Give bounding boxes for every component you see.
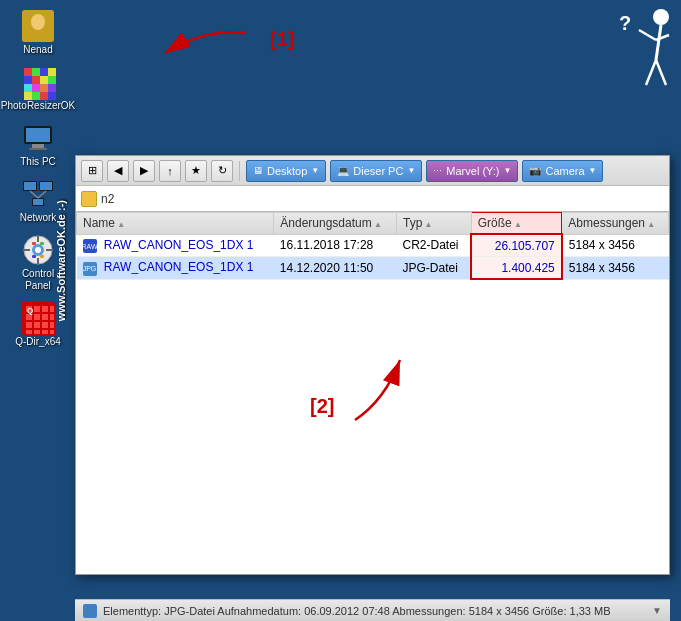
svg-rect-7 <box>32 76 40 84</box>
this-pc-label: This PC <box>20 156 56 168</box>
svg-rect-14 <box>24 92 32 100</box>
table-row[interactable]: JPG RAW_CANON_EOS_1DX 1 14.12.2020 11:50… <box>77 257 669 280</box>
desktop: Nenad <box>0 0 681 621</box>
file-name-1: RAW_CANON_EOS_1DX 1 <box>104 260 254 274</box>
toolbar-desktop-dropdown[interactable]: 🖥 Desktop ▼ <box>246 160 326 182</box>
toolbar: ⊞ ◀ ▶ ↑ ★ ↻ 🖥 Desktop ▼ 💻 Dieser PC ▼ ⋯ <box>76 156 669 186</box>
cell-type-1: JPG-Datei <box>396 257 471 280</box>
toolbar-forward-btn[interactable]: ▶ <box>133 160 155 182</box>
col-header-type[interactable]: Typ <box>396 213 471 235</box>
svg-rect-53 <box>42 330 48 334</box>
svg-rect-32 <box>37 236 39 242</box>
svg-text:?: ? <box>619 12 631 34</box>
toolbar-back-btn[interactable]: ◀ <box>107 160 129 182</box>
dieser-pc-icon: 💻 <box>337 165 349 176</box>
svg-rect-23 <box>24 182 36 190</box>
status-icon <box>83 604 97 618</box>
svg-rect-48 <box>26 322 32 328</box>
size-value-0: 26.105.707 <box>495 239 555 253</box>
svg-rect-21 <box>29 148 47 150</box>
status-text: Elementtyp: JPG-Datei Aufnahmedatum: 06.… <box>103 605 611 617</box>
svg-rect-12 <box>40 84 48 92</box>
cell-name-0: RAW RAW_CANON_EOS_1DX 1 <box>77 234 274 257</box>
cell-date-0: 16.11.2018 17:28 <box>274 234 397 257</box>
svg-rect-37 <box>32 242 36 245</box>
svg-rect-54 <box>50 306 54 312</box>
marvel-icon: ⋯ <box>433 166 442 176</box>
annotation-arrow-1 <box>105 18 265 78</box>
annotation-label-2: [2] <box>310 395 334 418</box>
svg-rect-38 <box>40 242 44 245</box>
address-path: n2 <box>101 192 114 206</box>
figure-topright: ? <box>611 5 676 100</box>
cell-date-1: 14.12.2020 11:50 <box>274 257 397 280</box>
svg-rect-4 <box>40 68 48 76</box>
cell-dim-0: 5184 x 3456 <box>562 234 669 257</box>
thispc-icon-img <box>22 122 54 154</box>
svg-rect-46 <box>34 314 40 320</box>
svg-rect-35 <box>46 249 52 251</box>
camera-chevron: ▼ <box>589 166 597 175</box>
qdir-label: Q-Dir_x64 <box>15 336 61 348</box>
cell-size-1: 1.400.425 <box>471 257 562 280</box>
svg-rect-15 <box>32 92 40 100</box>
svg-line-29 <box>38 191 46 198</box>
toolbar-refresh-btn[interactable]: ↻ <box>211 160 233 182</box>
table-row[interactable]: RAW RAW_CANON_EOS_1DX 1 16.11.2018 17:28… <box>77 234 669 257</box>
dieser-pc-label: Dieser PC <box>353 165 403 177</box>
qdir-icon-img: Q <box>22 302 54 334</box>
svg-line-28 <box>30 191 38 198</box>
desktop-icon-photo-resizer[interactable]: PhotoResizerOK <box>8 64 68 114</box>
col-header-dim[interactable]: Abmessungen <box>562 213 669 235</box>
toolbar-favorite-btn[interactable]: ★ <box>185 160 207 182</box>
camera-label: Camera <box>545 165 584 177</box>
desktop-icon-this-pc[interactable]: This PC <box>8 120 68 170</box>
svg-rect-27 <box>33 199 43 205</box>
nenad-label: Nenad <box>23 44 52 56</box>
jpg-file-icon: JPG <box>83 262 97 276</box>
status-dropdown[interactable]: ▼ <box>652 605 662 616</box>
toolbar-marvel-dropdown[interactable]: ⋯ Marvel (Y:) ▼ <box>426 160 518 182</box>
controlpanel-icon-img <box>22 234 54 266</box>
svg-rect-9 <box>48 76 56 84</box>
cell-name-1: JPG RAW_CANON_EOS_1DX 1 <box>77 257 274 280</box>
svg-text:Q: Q <box>27 306 33 315</box>
svg-rect-55 <box>50 314 54 320</box>
svg-line-65 <box>656 60 666 85</box>
svg-rect-5 <box>48 68 56 76</box>
svg-line-64 <box>646 60 656 85</box>
file-name-0: RAW_CANON_EOS_1DX 1 <box>104 238 254 252</box>
network-label: Network <box>20 212 57 224</box>
col-header-date[interactable]: Änderungsdatum <box>274 213 397 235</box>
cell-dim-1: 5184 x 3456 <box>562 257 669 280</box>
marvel-label: Marvel (Y:) <box>446 165 499 177</box>
svg-line-61 <box>656 25 661 60</box>
svg-rect-3 <box>32 68 40 76</box>
svg-rect-39 <box>32 255 36 258</box>
folder-icon <box>81 191 97 207</box>
marvel-chevron: ▼ <box>504 166 512 175</box>
svg-rect-20 <box>32 144 44 148</box>
svg-rect-25 <box>40 182 52 190</box>
col-header-name[interactable]: Name <box>77 213 274 235</box>
desktop-icon-nenad[interactable]: Nenad <box>8 8 68 58</box>
cell-type-0: CR2-Datei <box>396 234 471 257</box>
svg-rect-33 <box>37 258 39 264</box>
toolbar-camera-dropdown[interactable]: 📷 Camera ▼ <box>522 160 603 182</box>
svg-rect-11 <box>32 84 40 92</box>
svg-rect-57 <box>50 330 54 334</box>
table-header-row: Name Änderungsdatum Typ Größe Abmessunge… <box>77 213 669 235</box>
toolbar-up-btn[interactable]: ↑ <box>159 160 181 182</box>
toolbar-view-btn[interactable]: ⊞ <box>81 160 103 182</box>
svg-rect-51 <box>26 330 32 334</box>
svg-line-62 <box>639 30 656 40</box>
network-icon-img <box>22 178 54 210</box>
col-header-size[interactable]: Größe <box>471 213 562 235</box>
svg-rect-8 <box>40 76 48 84</box>
svg-rect-52 <box>34 330 40 334</box>
svg-rect-10 <box>24 84 32 92</box>
toolbar-dieser-pc-dropdown[interactable]: 💻 Dieser PC ▼ <box>330 160 422 182</box>
svg-rect-47 <box>42 314 48 320</box>
svg-point-1 <box>31 14 45 30</box>
dieser-pc-chevron: ▼ <box>407 166 415 175</box>
